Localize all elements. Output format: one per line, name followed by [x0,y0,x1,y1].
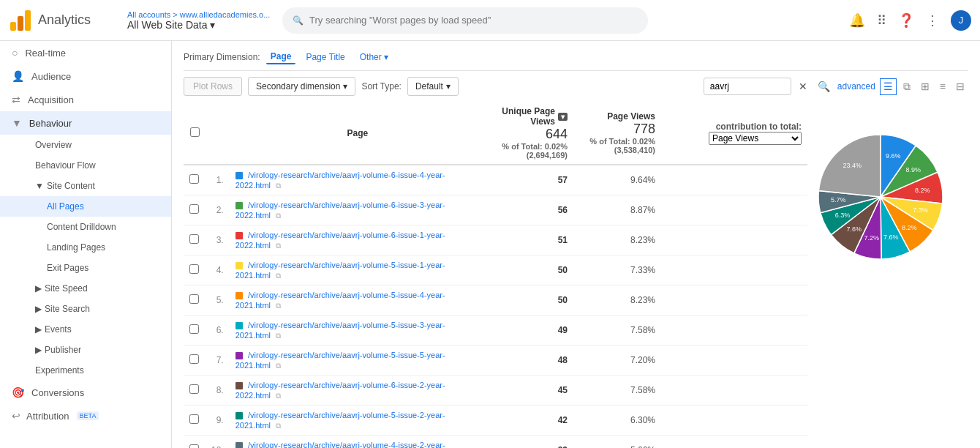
external-link-icon[interactable]: ⧉ [276,422,281,430]
plot-rows-button[interactable]: Plot Rows [184,77,242,96]
external-link-icon[interactable]: ⧉ [276,392,281,400]
page-link[interactable]: /virology-research/archive/aavrj-volume-… [235,291,445,310]
global-search-bar[interactable]: 🔍 [282,7,648,34]
property-select[interactable]: All Web Site Data ▾ [127,19,274,31]
apps-icon[interactable]: ⠿ [877,12,886,29]
row-checkbox[interactable] [189,444,199,448]
external-link-icon[interactable]: ⧉ [276,242,281,250]
external-link-icon[interactable]: ⧉ [276,332,281,340]
row-checkbox[interactable] [189,234,199,244]
row-checkbox[interactable] [189,204,199,214]
page-link[interactable]: /virology-research/archive/aavrj-volume-… [235,441,445,448]
comparison-view-icon[interactable]: ⧉ [900,78,914,95]
chevron-right-site-search-icon: ▶ [35,304,42,314]
row-unique-views: 39 [486,436,573,449]
row-pageviews-pct: 7.58% [573,376,661,406]
breadcrumb[interactable]: All accounts > www.alliedacademies.o... [127,10,274,19]
dim-option-page[interactable]: Page [266,50,296,64]
sidebar-item-site-content[interactable]: ▼ Site Content [0,176,171,196]
more-vert-icon[interactable]: ⋮ [926,12,939,29]
page-link[interactable]: /virology-research/archive/aavrj-volume-… [235,351,445,370]
sidebar-item-publisher[interactable]: ▶ Publisher [0,340,171,360]
dim-option-other[interactable]: Other ▾ [355,51,393,64]
page-link[interactable]: /virology-research/archive/aavrj-volume-… [235,381,445,400]
sidebar-item-exit-pages[interactable]: Exit Pages [0,258,171,278]
sidebar-item-behaviour-flow[interactable]: Behaviour Flow [0,155,171,176]
external-link-icon[interactable]: ⧉ [276,362,281,370]
contribution-select[interactable]: Page Views Unique Page Views [709,132,802,145]
notifications-icon[interactable]: 🔔 [849,12,865,29]
svg-rect-1 [18,16,23,31]
external-link-icon[interactable]: ⧉ [276,272,281,280]
advanced-link[interactable]: advanced [837,81,875,92]
external-link-icon[interactable]: ⧉ [276,182,281,190]
sidebar-item-overview[interactable]: Overview [0,135,171,155]
sidebar-item-audience[interactable]: 👤 Audience [0,64,171,88]
page-link[interactable]: /virology-research/archive/aavrj-volume-… [235,231,445,250]
pivot-view-icon[interactable]: ⊞ [917,78,933,95]
sidebar-item-acquisition[interactable]: ⇄ Acquisition [0,88,171,111]
sidebar-item-site-speed[interactable]: ▶ Site Speed [0,278,171,299]
row-page: /virology-research/archive/aavrj-volume-… [230,165,486,195]
global-search-input[interactable] [309,15,638,26]
sidebar-item-behaviour[interactable]: ▼ Behaviour [0,111,171,135]
sidebar-item-landing-pages[interactable]: Landing Pages [0,237,171,258]
row-color-dot [235,352,243,359]
row-checkbox[interactable] [189,414,199,424]
pie-label: 7.6% [846,225,862,233]
sort-type-dropdown[interactable]: Default ▾ [407,77,459,96]
custom-view-icon[interactable]: ≡ [936,78,949,95]
help-icon[interactable]: ❓ [898,12,914,29]
table-row: 5. /virology-research/archive/aavrj-volu… [184,285,807,316]
sidebar-item-realtime[interactable]: ○ Real-time [0,41,171,64]
external-link-icon[interactable]: ⧉ [276,212,281,220]
page-link[interactable]: /virology-research/archive/aavrj-volume-… [235,201,445,220]
chevron-right-publisher-icon: ▶ [35,345,42,355]
row-checkbox[interactable] [189,354,199,364]
row-checkbox[interactable] [189,324,199,334]
page-link[interactable]: /virology-research/archive/aavrj-volume-… [235,411,445,430]
page-link[interactable]: /virology-research/archive/aavrj-volume-… [235,171,445,190]
select-all-checkbox[interactable] [190,127,200,137]
sidebar-item-events[interactable]: ▶ Events [0,319,171,340]
row-checkbox[interactable] [189,174,199,184]
row-checkbox[interactable] [189,384,199,394]
chevron-down-icon: ▾ [210,19,215,31]
sidebar-item-conversions[interactable]: 🎯 Conversions [0,381,171,404]
col-page-header: Unique Page Views Page [230,102,486,165]
page-link[interactable]: /virology-research/archive/aavrj-volume-… [235,261,445,280]
search-icon: 🔍 [293,15,304,26]
row-pageviews-pct: 8.87% [573,195,661,225]
sidebar-item-experiments[interactable]: Experiments [0,360,171,381]
row-pageviews-pct: 7.58% [573,316,661,346]
col-contribution-header: contribution to total: Page Views Unique… [661,102,807,165]
row-checkbox[interactable] [189,264,199,274]
row-contribution-bar [661,406,807,436]
row-page: /virology-research/archive/aavrj-volume-… [230,225,486,255]
sidebar-item-attribution[interactable]: ↩ Attribution BETA [0,404,171,428]
sidebar-item-all-pages[interactable]: All Pages [0,196,171,217]
search-submit-icon[interactable]: 🔍 [815,78,833,95]
table-view-icon[interactable]: ☰ [880,78,897,95]
row-unique-views: 48 [486,346,573,376]
unique-views-total: 644 [491,127,568,142]
chevron-down-secondary-icon: ▾ [343,81,347,92]
pie-label: 6.3% [835,212,851,219]
table-search-input[interactable] [704,78,791,95]
sidebar-item-content-drilldown[interactable]: Content Drilldown [0,217,171,237]
main-layout: ○ Real-time 👤 Audience ⇄ Acquisition ▼ B… [0,41,980,448]
avatar[interactable]: J [951,10,971,31]
dim-option-page-title[interactable]: Page Title [301,51,349,64]
row-checkbox[interactable] [189,294,199,304]
row-color-dot [235,382,243,389]
clear-search-icon[interactable]: ✕ [796,78,810,95]
row-color-dot [235,172,243,179]
primary-dimension-label: Primary Dimension: [184,52,260,62]
row-color-dot [235,202,243,209]
external-link-icon[interactable]: ⧉ [276,302,281,310]
scorecard-view-icon[interactable]: ⊟ [952,78,968,95]
secondary-dimension-dropdown[interactable]: Secondary dimension ▾ [248,77,355,96]
page-link[interactable]: /virology-research/archive/aavrj-volume-… [235,321,445,340]
col-unique-views-header[interactable]: Unique Page Views ▾ 644 % of Total: 0.02… [486,102,573,165]
sidebar-item-site-search[interactable]: ▶ Site Search [0,299,171,319]
